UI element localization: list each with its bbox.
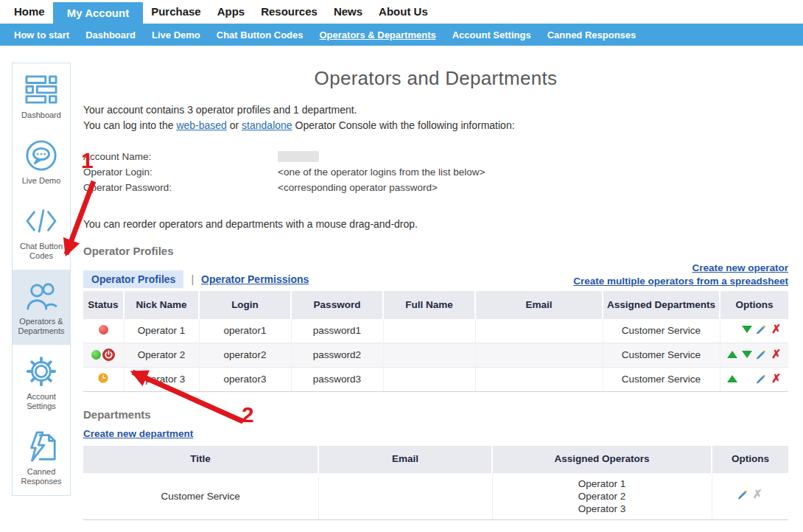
sub-nav-dashboard[interactable]: Dashboard	[77, 29, 144, 41]
standalone-link[interactable]: standalone	[242, 119, 292, 131]
full-name-cell	[383, 318, 475, 343]
department-row: Customer Service Operator 1 Operator 2 O…	[83, 473, 788, 520]
intro-line1: Your account contains 3 operator profile…	[83, 104, 357, 116]
nick-name-cell: Operator 3	[124, 367, 199, 391]
col-status: Status	[83, 291, 124, 318]
operator-login-label: Operator Login:	[83, 164, 278, 180]
sub-nav-chat-button-codes[interactable]: Chat Button Codes	[208, 29, 312, 41]
sidebar-item-canned-responses[interactable]: Canned Responses	[13, 420, 70, 495]
table-header-row: Status Nick Name Login Password Full Nam…	[83, 291, 788, 318]
live-demo-icon	[24, 139, 59, 172]
edit-operator-button[interactable]	[756, 350, 767, 359]
move-up-button[interactable]	[727, 375, 737, 382]
operator-password-value: <corresponding operator password>	[278, 180, 438, 195]
move-down-button[interactable]	[742, 351, 752, 358]
status-online-icon	[91, 350, 101, 360]
create-new-operator-link[interactable]: Create new operator	[692, 262, 788, 275]
move-up-button[interactable]	[727, 351, 737, 358]
delete-operator-button[interactable]: ✗	[771, 323, 781, 335]
assigned-departments-cell: Customer Service	[603, 343, 720, 367]
sidebar-label: Canned Responses	[15, 467, 68, 486]
sub-nav-canned-responses[interactable]: Canned Responses	[539, 29, 645, 41]
sidebar-item-dashboard[interactable]: Dashboard	[13, 63, 70, 129]
operator-row-2: Operator 2 operator2 password2 Customer …	[83, 343, 788, 367]
page: Home My Account Purchase Apps Resources …	[0, 0, 803, 532]
top-nav-about-us[interactable]: About Us	[371, 0, 436, 24]
operator-login-value: <one of the operator logins from the lis…	[278, 164, 485, 180]
account-name-label: Account Name:	[83, 149, 278, 164]
operators-icon	[24, 279, 59, 313]
edit-department-button[interactable]	[737, 490, 748, 499]
canned-responses-icon	[24, 430, 59, 463]
sub-nav: How to start Dashboard Live Demo Chat Bu…	[0, 24, 803, 46]
main-content: Operators and Departments Your account c…	[83, 63, 788, 520]
tab-operator-permissions[interactable]: Operator Permissions	[201, 273, 309, 285]
tab-operator-profiles[interactable]: Operator Profiles	[83, 270, 183, 288]
top-nav-purchase[interactable]: Purchase	[143, 0, 209, 24]
login-cell: operator3	[199, 367, 291, 391]
top-nav-apps[interactable]: Apps	[209, 0, 253, 24]
col-title: Title	[83, 446, 318, 473]
sidebar-item-chat-button-codes[interactable]: Chat Button Codes	[13, 195, 70, 270]
top-nav: Home My Account Purchase Apps Resources …	[0, 0, 803, 24]
email-cell	[475, 318, 603, 343]
col-email: Email	[475, 291, 603, 318]
edit-operator-button[interactable]	[756, 325, 767, 334]
col-full-name: Full Name	[383, 291, 475, 318]
create-multiple-operators-link[interactable]: Create multiple operators from a spreads…	[573, 275, 788, 288]
edit-operator-button[interactable]	[756, 374, 767, 383]
sidebar-item-operators-departments[interactable]: Operators & Departments	[13, 270, 70, 345]
sub-nav-live-demo[interactable]: Live Demo	[144, 29, 208, 41]
operator-password-label: Operator Password:	[83, 180, 278, 195]
assigned-departments-cell: Customer Service	[603, 367, 720, 391]
nick-name-cell: Operator 2	[124, 343, 199, 367]
sidebar-label: Operators & Departments	[15, 317, 68, 336]
create-new-department-link[interactable]: Create new department	[83, 428, 193, 439]
move-down-button[interactable]	[742, 326, 752, 333]
code-icon	[24, 204, 59, 238]
department-email-cell	[318, 473, 492, 520]
status-away-icon	[98, 373, 108, 383]
password-cell: password3	[291, 367, 383, 391]
sidebar: Dashboard Live Demo	[12, 63, 71, 496]
sub-nav-operators-departments[interactable]: Operators & Departments	[312, 29, 444, 41]
department-title-cell: Customer Service	[83, 473, 318, 520]
delete-department-button-disabled: ✗	[753, 489, 762, 500]
top-nav-home[interactable]: Home	[6, 0, 53, 24]
table-header-row: Title Email Assigned Operators Options	[83, 446, 788, 473]
create-operator-links: Create new operator Create multiple oper…	[573, 262, 788, 288]
gear-icon	[24, 354, 59, 388]
col-nick-name: Nick Name	[124, 291, 199, 318]
email-cell	[475, 343, 603, 367]
dashboard-icon	[24, 73, 59, 107]
departments-heading: Departments	[83, 408, 788, 421]
col-assigned-departments: Assigned Departments	[603, 291, 720, 318]
password-cell: password1	[291, 318, 383, 343]
top-nav-resources[interactable]: Resources	[253, 0, 326, 24]
sub-nav-how-to-start[interactable]: How to start	[6, 29, 77, 41]
sidebar-label: Chat Button Codes	[15, 242, 68, 261]
sidebar-item-live-demo[interactable]: Live Demo	[13, 129, 70, 195]
account-name-redacted	[278, 151, 319, 162]
top-nav-news[interactable]: News	[326, 0, 371, 24]
page-title: Operators and Departments	[83, 67, 788, 90]
tab-separator: |	[191, 273, 194, 285]
top-nav-my-account[interactable]: My Account	[53, 2, 143, 24]
delete-operator-button[interactable]: ✗	[771, 349, 781, 360]
assigned-departments-cell: Customer Service	[603, 318, 720, 343]
password-cell: password2	[291, 343, 383, 367]
login-cell: operator1	[199, 318, 291, 343]
nick-name-cell: Operator 1	[124, 318, 199, 343]
full-name-cell	[383, 367, 475, 391]
web-based-link[interactable]: web-based	[176, 119, 227, 131]
delete-operator-button[interactable]: ✗	[771, 373, 781, 385]
departments-table: Title Email Assigned Operators Options C…	[83, 446, 788, 521]
col-login: Login	[199, 291, 291, 318]
sub-nav-account-settings[interactable]: Account Settings	[444, 29, 539, 41]
operator-row-1: Operator 1 operator1 password1 Customer …	[83, 318, 788, 343]
sidebar-item-account-settings[interactable]: Account Settings	[13, 345, 70, 420]
operator-row-3: Operator 3 operator3 password3 Customer …	[83, 367, 788, 391]
logout-operator-button[interactable]	[102, 349, 115, 361]
sidebar-label: Account Settings	[15, 392, 68, 411]
sidebar-label: Dashboard	[21, 111, 61, 120]
